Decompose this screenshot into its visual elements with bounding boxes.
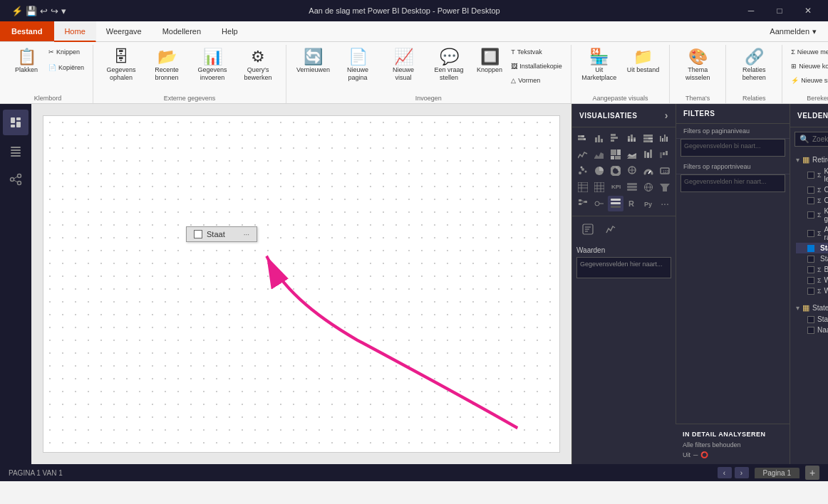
field-kosten[interactable]: Σ Kosten van le... bbox=[796, 166, 828, 184]
next-page-button[interactable]: › bbox=[735, 467, 749, 478]
vis-table-icon[interactable] bbox=[575, 179, 591, 195]
vis-waterfall-icon[interactable] bbox=[657, 147, 673, 162]
maximize-button[interactable]: □ bbox=[765, 0, 794, 21]
field-naam-staat[interactable]: Naam staat bbox=[796, 325, 828, 335]
nieuwe-meting-button[interactable]: Σ Nieuwe meting bbox=[788, 45, 828, 59]
field-belastingen[interactable]: Σ Belastingen bbox=[796, 264, 828, 275]
vis-card-icon[interactable]: 123 bbox=[657, 163, 673, 179]
field-welzijn[interactable]: Σ Welzijn bbox=[796, 285, 828, 296]
aanmelden-button[interactable]: Aanmelden ▾ bbox=[770, 27, 822, 36]
staat-widget[interactable]: Staat ··· bbox=[186, 226, 257, 242]
sidebar-data-icon[interactable] bbox=[3, 138, 29, 164]
vis-line-chart-icon[interactable] bbox=[575, 147, 591, 162]
tab-bestand[interactable]: Bestand bbox=[0, 21, 54, 41]
field-staat-checkbox[interactable] bbox=[807, 245, 814, 252]
nieuwe-visual-button[interactable]: 📈 Nieuwe visual bbox=[381, 45, 425, 90]
format-icon[interactable] bbox=[578, 219, 598, 239]
field-staat[interactable]: Staat bbox=[796, 243, 828, 253]
vis-gauge-icon[interactable] bbox=[641, 163, 656, 179]
field-staatcode-1[interactable]: Staatcode bbox=[796, 253, 828, 264]
nieuwe-pagina-button[interactable]: 📄 Nieuwe pagina bbox=[336, 45, 380, 90]
staat-checkbox[interactable] bbox=[194, 230, 202, 238]
retirement-stats-header[interactable]: ▾ ▦ RetirementStats bbox=[796, 154, 828, 166]
tab-modelleren[interactable]: Modelleren bbox=[152, 21, 212, 41]
canvas-page[interactable]: Staat ··· bbox=[43, 115, 560, 453]
field-belastingen-checkbox[interactable] bbox=[807, 266, 814, 273]
vis-key-influencers-icon[interactable] bbox=[591, 196, 607, 211]
tekstvak-button[interactable]: T Tekstvak bbox=[508, 45, 565, 59]
filter-pagina-field[interactable]: Gegevensvelden bi naart... bbox=[680, 139, 785, 157]
querys-bewerken-button[interactable]: ⚙ Query's bewerken bbox=[236, 45, 280, 90]
vis-100pct-bar-icon[interactable] bbox=[641, 130, 656, 146]
knoppen-button[interactable]: 🔲 Knoppen bbox=[472, 45, 507, 90]
plakken-button[interactable]: 📋 Plakken bbox=[9, 45, 44, 90]
vis-stacked-area-icon[interactable] bbox=[624, 147, 640, 162]
vis-pie-icon[interactable] bbox=[591, 163, 607, 179]
field-algemene[interactable]: Σ Algemene ra... bbox=[796, 224, 828, 243]
sidebar-model-icon[interactable] bbox=[3, 167, 29, 192]
vormen-button[interactable]: △ Vormen bbox=[508, 73, 565, 88]
thema-wisselen-button[interactable]: 🎨 Thema wisselen bbox=[676, 45, 720, 90]
undo-icon[interactable]: ↩ bbox=[40, 6, 48, 16]
field-criminaliteit-checkbox[interactable] bbox=[807, 187, 814, 194]
add-page-button[interactable]: + bbox=[805, 466, 819, 480]
save-icon[interactable]: 💾 bbox=[26, 6, 37, 16]
field-welzijn-checkbox[interactable] bbox=[807, 288, 814, 295]
sidebar-report-icon[interactable] bbox=[3, 110, 29, 135]
vis-kpi-icon[interactable]: KPI bbox=[608, 179, 623, 195]
field-staatcode-2[interactable]: Staatcode bbox=[796, 314, 828, 325]
installatiekopie-button[interactable]: 🖼 Installatiekopie bbox=[508, 59, 565, 73]
vis-scatter-icon[interactable] bbox=[575, 163, 591, 179]
uit-bestand-button[interactable]: 📁 Uit bestand bbox=[623, 45, 664, 90]
tab-home[interactable]: Home bbox=[54, 21, 95, 42]
relaties-beheren-button[interactable]: 🔗 Relaties beheren bbox=[732, 45, 776, 90]
field-cultuur[interactable]: Σ Cultuur bbox=[796, 195, 828, 206]
nieuwe-snelle-meting-button[interactable]: ⚡ Nieuwe snelle meting bbox=[788, 73, 828, 88]
field-kwaliteit-checkbox[interactable] bbox=[807, 211, 814, 219]
visualisaties-expand-icon[interactable]: › bbox=[665, 110, 668, 121]
vis-python-icon[interactable]: Py bbox=[641, 196, 656, 211]
minimize-button[interactable]: ─ bbox=[737, 0, 765, 21]
kopieren-button[interactable]: 📄 Kopiëren bbox=[46, 61, 87, 75]
gegevens-ophalen-button[interactable]: 🗄 Gegevens ophalen bbox=[99, 45, 143, 90]
filter-rapport-field[interactable]: Gegevensvelden hier naart... bbox=[680, 174, 785, 192]
field-weer[interactable]: Σ Weer bbox=[796, 275, 828, 285]
prev-page-button[interactable]: ‹ bbox=[718, 467, 732, 478]
vis-r-script-icon[interactable]: R bbox=[624, 196, 640, 211]
statecodes-header[interactable]: ▾ ▦ StateCodes bbox=[796, 302, 828, 314]
field-algemene-checkbox[interactable] bbox=[807, 230, 814, 237]
field-staatcode-2-checkbox[interactable] bbox=[807, 316, 814, 323]
redo-icon[interactable]: ↪ bbox=[51, 6, 58, 16]
close-button[interactable]: ✕ bbox=[794, 0, 822, 21]
search-input[interactable] bbox=[812, 135, 828, 143]
analytics-icon[interactable] bbox=[601, 219, 621, 239]
vis-ribbon-chart-icon[interactable] bbox=[641, 147, 656, 162]
field-kosten-checkbox[interactable] bbox=[807, 172, 814, 179]
field-weer-checkbox[interactable] bbox=[807, 277, 814, 284]
vis-area-chart-icon[interactable] bbox=[591, 147, 607, 162]
vis-map-icon[interactable] bbox=[624, 163, 640, 179]
waarden-drop-field[interactable]: Gegevensvelden hier naart... bbox=[576, 257, 671, 278]
vis-stacked-col-icon[interactable] bbox=[624, 130, 640, 146]
knippen-button[interactable]: ✂ Knippen bbox=[46, 45, 87, 59]
vis-more-icon[interactable]: ··· bbox=[657, 196, 673, 211]
vis-slicer-icon[interactable] bbox=[608, 196, 623, 211]
gegevens-invoeren-button[interactable]: 📊 Gegevens invoeren bbox=[190, 45, 234, 90]
pin-icon[interactable]: ▾ bbox=[61, 6, 66, 16]
field-staatcode-1-checkbox[interactable] bbox=[807, 256, 814, 263]
vis-multirow-icon[interactable] bbox=[624, 179, 640, 195]
tab-help[interactable]: Help bbox=[212, 21, 249, 41]
vis-globe-icon[interactable] bbox=[641, 179, 656, 195]
vis-decomp-icon[interactable] bbox=[575, 196, 591, 211]
vis-stacked-bar-icon[interactable] bbox=[575, 130, 591, 146]
vis-clustered-col-icon[interactable] bbox=[657, 130, 673, 146]
een-vraag-stellen-button[interactable]: 💬 Een vraag stellen bbox=[427, 45, 471, 90]
page-tab-1[interactable]: Pagina 1 bbox=[755, 468, 799, 478]
vis-bar-chart-icon[interactable] bbox=[608, 130, 623, 146]
tab-weergave[interactable]: Weergave bbox=[96, 21, 152, 41]
vis-column-chart-icon[interactable] bbox=[591, 130, 607, 146]
vernieuwen-button[interactable]: 🔄 Vernieuwen bbox=[292, 45, 334, 90]
field-criminaliteit[interactable]: Σ Criminaliteit bbox=[796, 184, 828, 195]
vis-matrix-icon[interactable] bbox=[591, 179, 607, 195]
vis-treemap-icon[interactable] bbox=[608, 147, 623, 162]
